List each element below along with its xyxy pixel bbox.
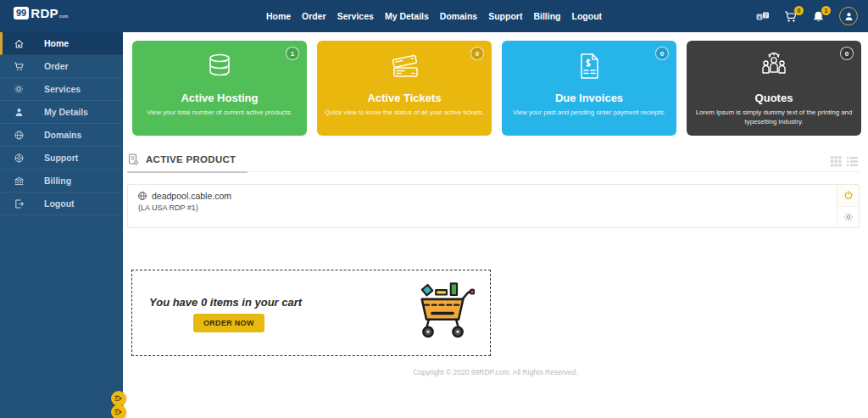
- card-active-hosting[interactable]: 1 Active Hosting View your total number …: [132, 41, 307, 136]
- gears-icon: [12, 84, 25, 95]
- card-subtitle: View your past and pending order payment…: [506, 109, 672, 118]
- sidebar-item-billing[interactable]: Billing: [0, 170, 123, 192]
- shopping-cart-illustration: [412, 279, 475, 347]
- cart-icon[interactable]: 0: [784, 10, 798, 23]
- top-navbar: 99 RDP com Home Order Services My Detail…: [0, 0, 868, 32]
- nav-item-logout[interactable]: Logout: [572, 11, 603, 21]
- view-toggles: [831, 156, 858, 167]
- cart-summary-box: You have 0 items in your cart ORDER NOW: [131, 270, 491, 356]
- order-now-button[interactable]: ORDER NOW: [193, 314, 264, 332]
- sidebar: Home Order Services My Details Domains S…: [0, 32, 123, 418]
- nav-item-billing[interactable]: Billing: [533, 11, 560, 21]
- sidebar-item-support[interactable]: Support: [0, 147, 123, 170]
- list-view-icon[interactable]: [847, 156, 858, 167]
- product-doc-icon: [127, 153, 139, 165]
- notification-count-badge: 1: [821, 6, 831, 15]
- globe-icon: [137, 191, 147, 201]
- card-count-badge: 1: [286, 47, 299, 60]
- card-count-badge: 0: [470, 47, 484, 60]
- card-title: Active Hosting: [181, 92, 258, 104]
- section-underline: [127, 171, 248, 173]
- sidebar-item-label: Services: [44, 84, 81, 94]
- page: 99 RDP com Home Order Services My Detail…: [0, 0, 868, 418]
- product-domain: deadpool.cable.com: [152, 191, 231, 201]
- top-right-icons: 0 1: [756, 0, 858, 32]
- card-due-invoices[interactable]: 0 Due Invoices View your past and pendin…: [502, 41, 676, 136]
- nav-item-support[interactable]: Support: [488, 11, 522, 21]
- sidebar-item-domains[interactable]: Domains: [0, 124, 123, 147]
- sidebar-item-label: Order: [44, 61, 69, 71]
- bell-icon[interactable]: 1: [812, 10, 825, 23]
- nav-item-home[interactable]: Home: [266, 11, 291, 21]
- sidebar-item-label: Logout: [44, 198, 75, 209]
- person-icon: [12, 107, 25, 118]
- card-title: Active Tickets: [367, 92, 441, 104]
- grid-view-icon[interactable]: [831, 156, 842, 167]
- cart-icon: [12, 61, 25, 72]
- sidebar-item-label: Support: [44, 153, 78, 163]
- logout-icon: [12, 198, 25, 209]
- active-product-row: deadpool.cable.com (LA USA RDP #1): [127, 184, 860, 228]
- language-icon[interactable]: [756, 11, 770, 21]
- logo-text: RDP: [31, 7, 58, 20]
- card-count-badge: 0: [840, 47, 854, 60]
- quote-float-button[interactable]: [111, 404, 126, 418]
- footer-copyright: Copyright © 2020 99RDP.com. All Rights R…: [123, 368, 868, 376]
- bank-icon: [12, 176, 25, 187]
- sidebar-item-home[interactable]: Home: [0, 32, 123, 55]
- nav-item-domains[interactable]: Domains: [440, 11, 477, 21]
- database-icon: [201, 48, 238, 89]
- card-subtitle: View your total number of current active…: [136, 109, 303, 118]
- sidebar-item-order[interactable]: Order: [0, 55, 123, 78]
- top-menu: Home Order Services My Details Domains S…: [266, 0, 602, 32]
- active-product-header: ACTIVE PRODUCT: [127, 153, 860, 172]
- card-title: Quotes: [755, 92, 793, 104]
- tickets-icon: [386, 48, 423, 89]
- nav-item-services[interactable]: Services: [337, 11, 374, 21]
- sidebar-item-label: Home: [44, 38, 69, 48]
- invoice-icon: [570, 48, 608, 89]
- sidebar-item-logout[interactable]: Logout: [0, 192, 123, 215]
- sidebar-item-label: Billing: [44, 176, 71, 186]
- sidebar-item-my-details[interactable]: My Details: [0, 101, 123, 124]
- nav-item-order[interactable]: Order: [302, 11, 326, 21]
- card-active-tickets[interactable]: 0 Active Tickets Quick view to know the …: [317, 41, 492, 136]
- product-plan: (LA USA RDP #1): [138, 203, 837, 212]
- home-icon: [12, 38, 25, 49]
- logo-suffix: com: [59, 14, 68, 20]
- logo-badge: 99: [14, 7, 29, 20]
- sidebar-item-label: Domains: [44, 130, 81, 140]
- sidebar-item-label: My Details: [44, 107, 88, 117]
- life-ring-icon: [12, 153, 25, 164]
- product-actions: [837, 185, 859, 227]
- card-quotes[interactable]: 0 Quotes Lorem Ipsum is simply dummy tex…: [687, 41, 861, 136]
- product-info: deadpool.cable.com (LA USA RDP #1): [128, 185, 837, 227]
- card-title: Due Invoices: [555, 92, 623, 104]
- product-status-icon[interactable]: [837, 185, 859, 207]
- product-settings-icon[interactable]: [837, 207, 859, 228]
- summary-cards: 1 Active Hosting View your total number …: [132, 41, 861, 136]
- cart-message: You have 0 items in your cart: [149, 296, 302, 309]
- card-count-badge: 0: [655, 47, 669, 60]
- nav-item-my-details[interactable]: My Details: [385, 11, 429, 21]
- user-avatar[interactable]: [839, 7, 858, 25]
- people-icon: [755, 48, 793, 89]
- logo[interactable]: 99 RDP com: [14, 7, 68, 20]
- cart-count-badge: 0: [794, 6, 804, 15]
- card-subtitle: Quick view to know the status of all you…: [321, 109, 487, 118]
- globe-icon: [12, 130, 25, 141]
- card-subtitle: Lorem Ipsum is simply dummy text of the …: [691, 109, 857, 126]
- section-title: ACTIVE PRODUCT: [146, 154, 236, 164]
- sidebar-item-services[interactable]: Services: [0, 78, 123, 101]
